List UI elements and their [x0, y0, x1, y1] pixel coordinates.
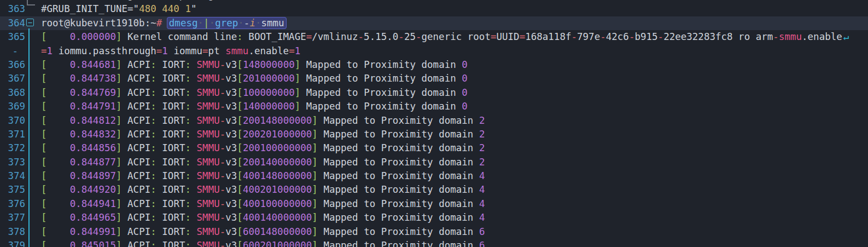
- code-line[interactable]: 363#GRUB_INIT_TUNE="480 440 1": [0, 2, 868, 16]
- code-line-text[interactable]: root@kubevirt1910b:~# dmesg·|·grep·-i·sm…: [41, 16, 868, 30]
- code-line-text[interactable]: [ 0.844897] ACPI: IORT: SMMU-v3[40014800…: [41, 169, 868, 183]
- gutter-line-number[interactable]: 379: [0, 239, 25, 247]
- code-token: [: [237, 198, 243, 209]
- code-token: [: [41, 129, 47, 140]
- gutter-line-number[interactable]: 373: [0, 156, 25, 169]
- code-token: -: [358, 31, 364, 42]
- code-line-text[interactable]: [ 0.844856] ACPI: IORT: SMMU-v3[20010000…: [41, 141, 868, 155]
- code-line-text[interactable]: #GRUB_INIT_TUNE="480 440 1": [41, 2, 868, 16]
- code-line-text[interactable]: [ 0.844812] ACPI: IORT: SMMU-v3[20014800…: [41, 114, 868, 128]
- code-line-text[interactable]: =1 iommu.passthrough=1 iommu=pt smmu.ena…: [41, 44, 868, 58]
- code-line[interactable]: 376[ 0.844941] ACPI: IORT: SMMU-v3[40010…: [0, 197, 868, 211]
- code-token: [47, 240, 70, 247]
- code-token: ": [191, 3, 197, 14]
- gutter-line-number[interactable]: 372: [0, 141, 25, 155]
- code-line-text[interactable]: [ 0.844965] ACPI: IORT: SMMU-v3[40014000…: [41, 211, 868, 225]
- code-token: [47, 73, 70, 84]
- code-token: ]: [295, 87, 301, 98]
- code-line[interactable]: 370[ 0.844812] ACPI: IORT: SMMU-v3[20014…: [0, 114, 868, 128]
- code-token: :: [150, 73, 156, 84]
- code-token: 168a118f: [525, 31, 571, 42]
- code-editor[interactable]: # Uncomment to get a beep at grub start3…: [0, 0, 868, 247]
- code-token: ]: [116, 59, 122, 70]
- code-line-text[interactable]: [ 0.844832] ACPI: IORT: SMMU-v3[20020100…: [41, 128, 868, 141]
- code-token: =: [289, 45, 295, 56]
- gutter-line-number[interactable]: 368: [0, 86, 25, 100]
- code-line-text[interactable]: [ 0.844920] ACPI: IORT: SMMU-v3[40020100…: [41, 183, 868, 197]
- code-token: 480 440 1: [139, 3, 191, 14]
- code-token: -: [220, 157, 226, 168]
- code-token: ACPI: [122, 184, 151, 195]
- code-token: v3: [225, 101, 237, 112]
- gutter-line-number[interactable]: 374: [0, 169, 25, 183]
- code-token: 0.844769: [70, 87, 116, 98]
- code-token: :: [150, 142, 156, 153]
- code-line-text[interactable]: [ 0.844738] ACPI: IORT: SMMU-v3[20100000…: [41, 72, 868, 85]
- gutter-line-number[interactable]: 370: [0, 114, 25, 128]
- code-line-text[interactable]: [ 0.844991] ACPI: IORT: SMMU-v3[60014800…: [41, 225, 868, 239]
- code-token: root@kubevirt1910b:~: [41, 18, 156, 28]
- code-token: [47, 87, 70, 98]
- code-token: v3: [225, 170, 237, 181]
- code-token: IORT: [156, 129, 185, 140]
- code-token: Mapped to Proximity domain: [318, 142, 479, 153]
- code-line[interactable]: 365[ 0.000000] Kernel command line: BOOT…: [0, 30, 868, 44]
- code-line[interactable]: 379[ 0.845015] ACPI: IORT: SMMU-v3[60020…: [0, 239, 868, 247]
- wrapped-line-marker[interactable]: -: [0, 44, 25, 58]
- gutter-line-number[interactable]: 363: [0, 2, 25, 16]
- code-token: 0.844965: [70, 212, 116, 223]
- code-line[interactable]: 377[ 0.844965] ACPI: IORT: SMMU-v3[40014…: [0, 211, 868, 225]
- code-line[interactable]: -=1 iommu.passthrough=1 iommu=pt smmu.en…: [0, 44, 868, 58]
- code-line[interactable]: 366[ 0.844681] ACPI: IORT: SMMU-v3[14800…: [0, 58, 868, 72]
- code-line-text[interactable]: [ 0.844791] ACPI: IORT: SMMU-v3[14000000…: [41, 100, 868, 113]
- gutter-line-number[interactable]: 364: [0, 16, 25, 30]
- gutter-line-number[interactable]: 371: [0, 128, 25, 141]
- code-line[interactable]: 378[ 0.844991] ACPI: IORT: SMMU-v3[60014…: [0, 225, 868, 239]
- fold-collapse-icon[interactable]: −: [26, 19, 34, 26]
- code-line[interactable]: 373[ 0.844877] ACPI: IORT: SMMU-v3[20014…: [0, 156, 868, 169]
- code-line[interactable]: 369[ 0.844791] ACPI: IORT: SMMU-v3[14000…: [0, 100, 868, 113]
- code-line-text[interactable]: [ 0.845015] ACPI: IORT: SMMU-v3[60020100…: [41, 239, 868, 247]
- code-line[interactable]: 375[ 0.844920] ACPI: IORT: SMMU-v3[40020…: [0, 183, 868, 197]
- code-token: Mapped to Proximity domain: [300, 73, 462, 84]
- gutter-line-number[interactable]: 369: [0, 100, 25, 113]
- code-line[interactable]: 364−root@kubevirt1910b:~# dmesg·|·grep·-…: [0, 16, 868, 30]
- gutter-line-number[interactable]: 378: [0, 225, 25, 239]
- gutter-line-number[interactable]: 376: [0, 197, 25, 211]
- selection-highlight[interactable]: dmesg·|·grep·-i·smmu: [167, 17, 287, 29]
- code-token: [191, 212, 197, 223]
- code-line-text[interactable]: [ 0.844681] ACPI: IORT: SMMU-v3[14800000…: [41, 58, 868, 72]
- editor-rows[interactable]: # Uncomment to get a beep at grub start3…: [0, 0, 868, 247]
- gutter-fold-area: [25, 183, 41, 197]
- gutter-line-number[interactable]: 375: [0, 183, 25, 197]
- code-token: 0.844832: [70, 129, 116, 140]
- code-token: UUID: [496, 31, 519, 42]
- gutter-line-number[interactable]: 365: [0, 30, 25, 44]
- code-line[interactable]: 368[ 0.844769] ACPI: IORT: SMMU-v3[10000…: [0, 86, 868, 100]
- code-line[interactable]: 367[ 0.844738] ACPI: IORT: SMMU-v3[20100…: [0, 72, 868, 85]
- gutter-line-number[interactable]: 366: [0, 58, 25, 72]
- code-line[interactable]: 374[ 0.844897] ACPI: IORT: SMMU-v3[40014…: [0, 169, 868, 183]
- code-token: -: [220, 101, 226, 112]
- code-line-text[interactable]: [ 0.844877] ACPI: IORT: SMMU-v3[20014000…: [41, 156, 868, 169]
- code-token: [191, 226, 197, 237]
- code-line-text[interactable]: [ 0.844941] ACPI: IORT: SMMU-v3[40010000…: [41, 197, 868, 211]
- code-token: ACPI: [122, 198, 151, 209]
- code-token: [: [237, 129, 243, 140]
- code-token: :: [185, 115, 191, 126]
- code-line[interactable]: 372[ 0.844856] ACPI: IORT: SMMU-v3[20010…: [0, 141, 868, 155]
- code-token: ACPI: [122, 212, 151, 223]
- code-token: .enable: [802, 31, 842, 42]
- code-token: 0.844738: [70, 73, 116, 84]
- code-token: IORT: [156, 73, 185, 84]
- gutter-line-number[interactable]: 367: [0, 72, 25, 85]
- code-line[interactable]: 371[ 0.844832] ACPI: IORT: SMMU-v3[20020…: [0, 128, 868, 141]
- code-token: ]: [116, 101, 122, 112]
- code-token: ]: [312, 226, 318, 237]
- code-token: ]: [116, 31, 122, 42]
- code-token: grep: [215, 18, 238, 28]
- code-line-text[interactable]: [ 0.000000] Kernel command line: BOOT_IM…: [41, 30, 868, 44]
- code-token: :: [150, 226, 156, 237]
- gutter-line-number[interactable]: 377: [0, 211, 25, 225]
- code-line-text[interactable]: [ 0.844769] ACPI: IORT: SMMU-v3[10000000…: [41, 86, 868, 100]
